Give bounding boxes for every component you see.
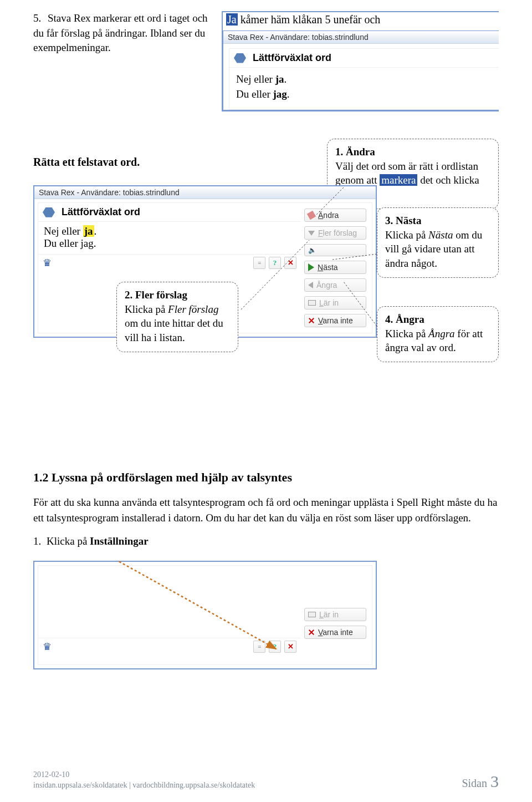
suggestion-line1c: . (284, 73, 287, 85)
step1-num: 1. (33, 535, 47, 547)
footer-urls: insidan.uppsala.se/skoldatatek | vardoch… (33, 780, 255, 791)
book-icon (308, 612, 316, 617)
help-icon-button[interactable]: ? (269, 257, 281, 269)
row1-a: Nej eller (44, 225, 83, 237)
book-icon (308, 300, 316, 306)
hexagon-icon (234, 53, 246, 63)
triangle-down-icon (308, 231, 315, 236)
callout3-title: 3. Nästa (385, 215, 421, 226)
suggestion-list[interactable]: Nej eller ja. Du eller jag. (38, 222, 301, 254)
panel-heading: Lättförväxlat ord (229, 49, 499, 68)
nasta-button[interactable]: Nästa (304, 261, 366, 274)
speaker-button[interactable]: 🔈 (304, 244, 366, 256)
section-1-2-paragraph: För att du ska kunna använda ett talsynt… (33, 495, 499, 525)
andra-label: ndra (323, 211, 339, 220)
andra-button[interactable]: Ändra (304, 209, 366, 222)
triangle-left-icon (308, 282, 313, 288)
suggestion-bold-jag: jag (273, 88, 287, 100)
lar-in-button[interactable]: Lär in (304, 608, 366, 621)
page-footer: 2012-02-10 insidan.uppsala.se/skoldatate… (33, 769, 499, 791)
step-5-desc: Stava Rex markerar ett ord i taget och d… (33, 12, 208, 53)
callout4-title: 4. Ångra (385, 313, 424, 325)
footer-page-label: Sidan (462, 777, 487, 790)
button-column: Ändra Fler förslag 🔈 Nästa Ångra Lär in … (301, 203, 372, 333)
play-icon (308, 263, 314, 271)
row1-highlight: ja (83, 225, 94, 237)
footer-date: 2012-02-10 (33, 769, 255, 780)
panel-footer: ♛ ≡ ? ✕ (38, 254, 301, 271)
section-1-2-heading: 1.2 Lyssna på ordförslagen med hjälp av … (33, 470, 499, 485)
lar-in-button[interactable]: Lär in (304, 296, 366, 309)
suggestion-row[interactable]: Nej eller ja. (44, 225, 295, 237)
callout2-b: om du inte hittar det du vill ha i lista… (125, 317, 223, 343)
callout3-a: Klicka på (385, 229, 428, 241)
help-icon-button[interactable]: ? (269, 641, 281, 653)
step-5-text: 5.Stava Rex markerar ett ord i taget och… (33, 11, 211, 55)
settings-icon-button[interactable]: ≡ (253, 641, 265, 653)
callout4-a: Klicka på (385, 328, 428, 339)
crown-icon: ♛ (43, 641, 52, 653)
main-panel-heading-text: Lättförväxlat ord (62, 206, 140, 218)
red-x-icon (308, 317, 315, 324)
crown-icon: ♛ (43, 257, 52, 269)
stavarex-bottom-window: ♛ ≡ ? ✕ Lär in Varna inte (33, 561, 377, 669)
selected-word: Ja (226, 13, 238, 26)
red-x-icon (308, 629, 315, 636)
callout2-a: Klicka på (125, 303, 168, 315)
callout-nasta: 3. Nästa Klicka på Nästa om du vill gå v… (377, 207, 499, 278)
pencil-icon (307, 211, 316, 220)
callout-angra: 4. Ångra Klicka på Ångra för att ångra v… (377, 306, 499, 362)
step-5-number: 5. (33, 11, 48, 26)
close-icon-button[interactable]: ✕ (284, 257, 296, 269)
suggestion-bold-ja: ja (275, 73, 284, 85)
main-panel-heading: Lättförväxlat ord (38, 203, 301, 222)
window-titlebar: Stava Rex - Användare: tobias.strindlund (223, 31, 499, 44)
callout-andra-mark: markera (380, 174, 417, 186)
bottom-panel-footer: ♛ ≡ ? ✕ (38, 638, 301, 655)
document-rest-text: kåmer häm klåkan 5 unefär och (238, 13, 381, 26)
row2-c: . (94, 237, 96, 249)
suggestion-line2a: Du eller (236, 88, 273, 100)
suggestion-line2c: . (287, 88, 290, 100)
fler-forslag-button[interactable]: Fler förslag (304, 226, 366, 240)
callout3-em: Nästa (428, 229, 453, 241)
stavarex-small-window: Stava Rex - Användare: tobias.strindlund… (223, 31, 499, 110)
callout4-em: Ångra (428, 328, 455, 339)
angra-button[interactable]: Ångra (304, 278, 366, 292)
callout-andra-title: 1. Ändra (335, 146, 375, 158)
varna-inte-button[interactable]: Varna inte (304, 626, 366, 639)
close-icon-button[interactable]: ✕ (284, 641, 296, 653)
suggestion-line1a: Nej eller (236, 73, 275, 85)
suggestion-panel: Nej eller ja. Du eller jag. (229, 68, 499, 109)
document-text-strip: Ja kåmer häm klåkan 5 unefär och Stava R… (222, 11, 499, 111)
hexagon-icon (43, 207, 55, 217)
varna-inte-button[interactable]: Varna inte (304, 314, 366, 327)
row1-c: . (94, 225, 97, 237)
step1-bold: Inställningar (90, 535, 149, 547)
row2-bold: jag (80, 237, 93, 249)
callout2-em: Fler förslag (168, 303, 218, 315)
panel-heading-text: Lättförväxlat ord (253, 52, 331, 64)
bottom-button-column: Lär in Varna inte (301, 566, 372, 664)
callout-fler-forslag: 2. Fler förslag Klicka på Fler förslag o… (116, 282, 238, 352)
step1-a: Klicka på (47, 535, 90, 547)
row2-a: Du eller (44, 237, 80, 249)
callout2-title: 2. Fler förslag (125, 289, 187, 301)
step-1-line: 1.Klicka på Inställningar (33, 535, 499, 547)
suggestion-row[interactable]: Du eller jag. (44, 237, 295, 250)
main-window-titlebar: Stava Rex - Användare: tobias.strindlund (34, 186, 376, 199)
footer-page-number: 3 (490, 772, 499, 791)
settings-icon-button[interactable]: ≡ (253, 257, 265, 269)
speaker-icon: 🔈 (308, 246, 316, 254)
